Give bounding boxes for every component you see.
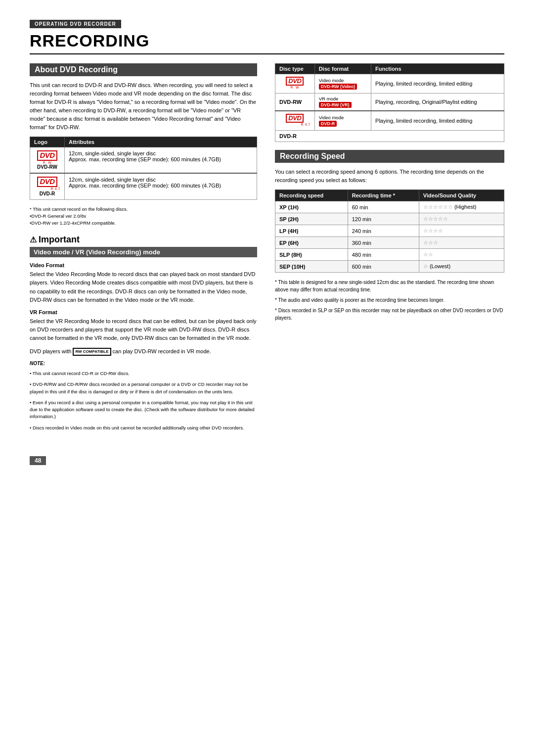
table-row: LP (4H) 240 min ☆☆☆☆ (275, 225, 504, 237)
quality-sp: ☆☆☆☆☆ (419, 213, 504, 225)
dvd-r-badge: DVD-R (319, 121, 337, 127)
logo-col-header: Logo (30, 137, 65, 147)
footnote-1: * The audio and video quality is poorer … (275, 296, 504, 304)
disc-format-cell-1: Video mode DVD-RW (Video) (314, 74, 371, 94)
note-item-2: • Even if you record a disc using a pers… (30, 399, 257, 421)
rw-compatible-text: DVD players with RW COMPATIBLE can play … (30, 347, 257, 356)
logo-attributes-table: Logo Attributes DVD R W DVD-RW 12cm, sin… (30, 137, 257, 199)
time-lp: 240 min (348, 225, 419, 237)
table-row: EP (6H) 360 min ☆☆☆ (275, 237, 504, 249)
speed-sep: SEP (10H) (279, 264, 305, 270)
note-item-3: • Discs recorded in Video mode on this u… (30, 425, 257, 431)
page-number: 48 (30, 456, 46, 465)
quality-ep: ☆☆☆ (419, 237, 504, 249)
left-column: About DVD Recording This unit can record… (30, 63, 257, 431)
dvd-r-logo-cell: DVD R 4.7 DVD-R (30, 173, 65, 199)
time-xp: 60 min (348, 201, 419, 213)
note-section: NOTE: • This unit cannot record CD-R or … (30, 361, 257, 431)
disc-format-cell-2: VR mode DVD-RW (VR) (314, 93, 371, 111)
quality-slp: ☆☆ (419, 249, 504, 261)
recording-speed-title: Recording Speed (275, 150, 504, 163)
quality-col-header: Video/Sound Quality (419, 190, 504, 201)
disc-notes: * This unit cannot record on the followi… (30, 206, 257, 227)
recording-speed-table: Recording speed Recording time * Video/S… (275, 189, 504, 273)
right-column: Disc type Disc format Functions DVD R W (275, 63, 504, 431)
table-row: XP (1H) 60 min ☆☆☆☆☆☆ (Highest) (275, 201, 504, 213)
note-item-0: • This unit cannot record CD-R or CD-RW … (30, 370, 257, 377)
important-section: ⚠ Important Video mode / VR (Video Recor… (30, 235, 257, 356)
note-item-1: • DVD-R/RW and CD-R/RW discs recorded on… (30, 381, 257, 395)
time-slp: 480 min (348, 249, 419, 261)
dvd-rw-vr-badge: DVD-RW (VR) (319, 102, 352, 108)
table-row: DVD R 4.7 Video mode DVD-R Playing, limi… (275, 111, 504, 130)
note-title: NOTE: (30, 361, 257, 366)
disc-format-cell-3: Video mode DVD-R (314, 111, 371, 130)
speed-ep: EP (6H) (279, 240, 299, 246)
table-row: DVD-RW VR mode DVD-RW (VR) Playing, reco… (275, 93, 504, 111)
warning-icon: ⚠ (30, 235, 37, 244)
operating-label-bar: OPERATING DVD RECORDER (30, 20, 504, 31)
functions-cell-1: Playing, limited recording, limited edit… (371, 74, 504, 94)
speed-sp: SP (2H) (279, 216, 299, 222)
attributes-col-header: Attributes (65, 137, 257, 147)
dvd-r-attributes: 12cm, single-sided, single layer disc Ap… (65, 173, 257, 199)
dvd-r-format-sub: R 4.7 (279, 123, 311, 127)
quality-sep: ☆ (Lowest) (419, 261, 504, 273)
recording-speed-intro: You can select a recording speed among 6… (275, 168, 504, 185)
video-format-text: Select the Video Recording Mode to recor… (30, 270, 257, 304)
dvd-brand-rw-logo: DVD (37, 150, 57, 161)
dvd-r-bottom-label: DVD-R (275, 130, 504, 142)
footnote-2: * Discs recorded in SLP or SEP on this r… (275, 307, 504, 322)
video-format-label: Video Format (30, 262, 257, 268)
speed-lp: LP (4H) (279, 228, 298, 234)
vr-mode-label: VR mode (319, 96, 367, 101)
time-sp: 120 min (348, 213, 419, 225)
table-row: SP (2H) 120 min ☆☆☆☆☆ (275, 213, 504, 225)
operating-label: OPERATING DVD RECORDER (30, 20, 121, 28)
table-row: DVD R 4.7 DVD-R 12cm, single-sided, sing… (30, 173, 257, 199)
video-mode-label-3: Video mode (319, 115, 367, 120)
disc-type-cell-2: DVD-RW (275, 93, 315, 111)
video-mode-label-1: Video mode (319, 78, 367, 83)
time-sep: 600 min (348, 261, 419, 273)
main-content: About DVD Recording This unit can record… (30, 63, 504, 431)
functions-header: Functions (371, 64, 504, 74)
page-number-container: 48 (30, 441, 504, 465)
footnote-0: * This table is designed for a new singl… (275, 279, 504, 293)
important-title: ⚠ Important (30, 235, 257, 245)
table-row: DVD R W DVD-RW 12cm, single-sided, singl… (30, 147, 257, 174)
about-body-text: This unit can record to DVD-R and DVD-RW… (30, 81, 257, 132)
dvd-r-label: DVD-R (34, 191, 60, 196)
disc-type-cell-1: DVD R W (275, 74, 315, 94)
time-ep: 360 min (348, 237, 419, 249)
video-vr-subtitle: Video mode / VR (Video Recording) mode (30, 247, 257, 257)
speed-xp: XP (1H) (279, 204, 299, 210)
page-title: RRECORDING (30, 31, 504, 54)
disc-type-header: Disc type (275, 64, 315, 74)
disc-format-table: Disc type Disc format Functions DVD R W (275, 63, 504, 142)
table-row: SLP (8H) 480 min ☆☆ (275, 249, 504, 261)
table-row: SEP (10H) 600 min ☆ (Lowest) (275, 261, 504, 273)
speed-slp: SLP (8H) (279, 252, 302, 258)
dvd-rw-video-badge: DVD-RW (Video) (319, 84, 357, 90)
functions-cell-3: Playing, limited recording, limited edit… (371, 111, 504, 130)
dvd-rw-label: DVD-RW (34, 164, 60, 170)
rw-compatible-badge: RW COMPATIBLE (73, 348, 111, 356)
dvd-r-bottom-row: DVD-R (275, 130, 504, 142)
dvd-brand-r-logo: DVD (37, 177, 57, 187)
functions-cell-2: Playing, recording, Original/Playlist ed… (371, 93, 504, 111)
dvd-rw-text-label: DVD-RW (279, 99, 311, 105)
about-section-title: About DVD Recording (30, 63, 257, 76)
table-row: DVD R W Video mode DVD-RW (Video) Playin… (275, 74, 504, 94)
dvd-rw-attributes: 12cm, single-sided, single layer disc Ap… (65, 147, 257, 174)
vr-format-label: VR Format (30, 309, 257, 315)
dvd-rw-format-logo: DVD (286, 77, 304, 86)
vr-format-text: Select the VR Recording Mode to record d… (30, 317, 257, 342)
time-col-header: Recording time * (348, 190, 419, 201)
disc-type-cell-3: DVD R 4.7 (275, 111, 315, 130)
quality-lp: ☆☆☆☆ (419, 225, 504, 237)
speed-col-header: Recording speed (275, 190, 348, 201)
dvd-r-format-logo: DVD (286, 114, 304, 123)
dvd-rw-sub: R W (34, 161, 60, 165)
dvd-r-sub: R 4.7 (34, 187, 60, 191)
